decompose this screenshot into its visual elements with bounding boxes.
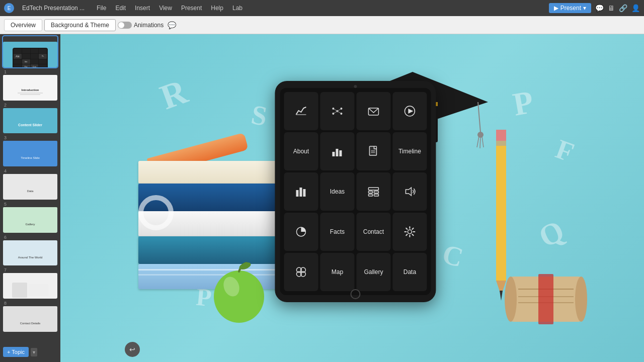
- slide-preview-data: Data: [3, 174, 57, 200]
- svg-rect-39: [339, 150, 342, 156]
- contact-label: Contact: [363, 228, 384, 235]
- animations-toggle[interactable]: Animations: [118, 22, 164, 29]
- tablet-cell-data[interactable]: Data: [392, 253, 427, 291]
- canvas: R S O C P F Q P: [60, 34, 644, 362]
- tablet-cell-contact[interactable]: Contact: [356, 213, 390, 251]
- menu-bar: FileEditInsertViewPresentHelpLab: [93, 4, 541, 13]
- tablet-cell-speaker[interactable]: [392, 172, 427, 211]
- svg-rect-37: [332, 152, 335, 156]
- menu-item-help[interactable]: Help: [207, 4, 227, 13]
- animations-label: Animations: [134, 22, 164, 29]
- tablet-cell-gear[interactable]: [392, 213, 427, 251]
- tablet-cell-email[interactable]: [356, 92, 390, 130]
- tablet-row-5: Map Gallery Data: [284, 253, 427, 291]
- present-button[interactable]: ▶ Present ▾: [549, 3, 591, 13]
- sidebar-item-ideas[interactable]: 2 Content Slider Ideas: [3, 103, 57, 134]
- menu-item-view[interactable]: View: [155, 4, 176, 13]
- tablet-home-button[interactable]: [350, 289, 360, 299]
- sidebar-item-facts[interactable]: 7 Facts: [3, 267, 57, 299]
- menu-item-file[interactable]: File: [93, 4, 110, 13]
- menu-item-present[interactable]: Present: [177, 4, 206, 13]
- svg-rect-47: [368, 191, 372, 193]
- svg-point-8: [214, 270, 264, 323]
- comment-toolbar-icon[interactable]: 💬: [168, 21, 176, 29]
- add-topic-button[interactable]: + Topic: [3, 347, 29, 357]
- svg-rect-50: [374, 194, 378, 196]
- dropdown-icon[interactable]: ▾: [31, 348, 37, 356]
- sidebar-item-map[interactable]: 6 Around The World Map: [3, 235, 57, 266]
- tablet-cell-about[interactable]: About: [284, 132, 318, 170]
- back-button[interactable]: ↩: [125, 342, 140, 357]
- ideas-label: Ideas: [330, 188, 345, 195]
- sidebar-item-about[interactable]: 1 Introduction About: [3, 69, 57, 101]
- svg-line-31: [337, 109, 341, 111]
- tablet-row-1: [284, 92, 427, 130]
- sidebar-item-gallery[interactable]: 5 Gallery Gallery: [3, 202, 57, 233]
- svg-point-17: [505, 277, 517, 322]
- tablet-cell-map[interactable]: Map: [320, 253, 354, 291]
- svg-point-4: [477, 132, 484, 138]
- svg-line-32: [333, 111, 337, 114]
- tablet-cell-timeline[interactable]: Timeline: [392, 132, 427, 170]
- tablet-cell-doc[interactable]: [356, 132, 390, 170]
- tablet-cell-network[interactable]: [320, 92, 354, 130]
- toggle-switch[interactable]: [118, 22, 132, 29]
- tablet-cell-chart[interactable]: [284, 92, 318, 130]
- tablet-cell-ideas[interactable]: Ideas: [320, 172, 354, 211]
- menu-item-lab[interactable]: Lab: [228, 4, 247, 13]
- slide-number-7: 7: [3, 267, 57, 273]
- user-icon[interactable]: 👤: [631, 4, 640, 12]
- topbar-right: ▶ Present ▾ 💬 🖥 🔗 👤: [549, 3, 640, 13]
- slide-number-8: 8: [3, 301, 57, 306]
- tablet-row-2: About: [284, 132, 427, 170]
- tablet-cell-gallery[interactable]: Gallery: [356, 253, 390, 291]
- svg-rect-38: [336, 149, 338, 156]
- tab-background-theme[interactable]: Background & Theme: [44, 19, 116, 31]
- data-label: Data: [404, 268, 416, 276]
- main-layout: Abt TL Ide Fct Con Overview 1: [0, 34, 644, 362]
- svg-marker-51: [406, 188, 411, 196]
- slide-number-5: 5: [3, 202, 57, 207]
- tablet-cell-bar2[interactable]: [284, 172, 318, 211]
- svg-rect-48: [374, 191, 378, 193]
- slide-preview-timeline: Timeline Slide: [3, 141, 57, 166]
- logo-char: E: [8, 6, 11, 11]
- facts-label: Facts: [330, 228, 345, 235]
- slide-number-1: 1: [3, 69, 57, 74]
- tablet-cell-circles[interactable]: [284, 253, 318, 291]
- slide-number-2: 2: [3, 103, 57, 108]
- slide-preview-gallery: Gallery: [3, 207, 57, 233]
- svg-rect-46: [368, 188, 378, 190]
- svg-rect-13: [496, 141, 506, 146]
- slide-number: [3, 36, 57, 41]
- slide-preview-map: Around The World: [3, 240, 57, 266]
- tablet-row-4: Facts Contact: [284, 213, 427, 251]
- tab-overview[interactable]: Overview: [4, 19, 42, 31]
- comment-icon[interactable]: 💬: [595, 4, 604, 12]
- svg-rect-22: [538, 274, 553, 324]
- menu-item-edit[interactable]: Edit: [111, 4, 130, 13]
- topbar: E EdTech Presentation ... FileEditInsert…: [0, 0, 644, 16]
- timeline-label: Timeline: [398, 148, 421, 155]
- play-icon: ▶: [554, 5, 558, 12]
- tablet-cell-facts[interactable]: Facts: [320, 213, 354, 251]
- menu-item-insert[interactable]: Insert: [131, 4, 154, 13]
- sidebar-item-contact[interactable]: 8 Contact Details Contact: [3, 301, 57, 332]
- slide-number-4: 4: [3, 168, 57, 173]
- svg-rect-11: [496, 140, 506, 281]
- share-icon[interactable]: 🔗: [619, 4, 627, 12]
- app-logo: E: [4, 3, 14, 13]
- back-icon: ↩: [129, 345, 135, 353]
- sidebar-item-data[interactable]: 4 Data Data: [3, 168, 57, 200]
- screen-icon[interactable]: 🖥: [608, 4, 615, 12]
- tablet-screen: About: [280, 88, 431, 295]
- svg-line-6: [480, 137, 480, 148]
- tablet-cell-bar[interactable]: [320, 132, 354, 170]
- sidebar-item-timeline[interactable]: 3 Timeline Slide Timeline: [3, 135, 57, 166]
- tablet-cell-grid[interactable]: [356, 172, 390, 211]
- tablet-cell-pie[interactable]: [284, 213, 318, 251]
- sidebar-item-overview[interactable]: Abt TL Ide Fct Con Overview: [3, 36, 57, 67]
- slide-preview-facts: [3, 273, 57, 299]
- tablet-cell-play[interactable]: [392, 92, 427, 130]
- gallery-label: Gallery: [364, 268, 383, 276]
